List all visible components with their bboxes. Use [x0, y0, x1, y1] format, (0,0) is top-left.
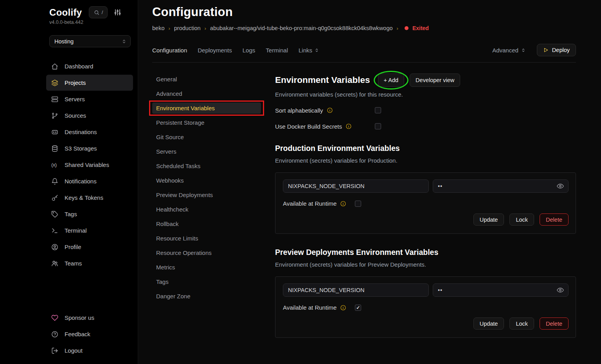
sidebar-item-label: S3 Storages	[65, 145, 97, 152]
tab-links-label: Links	[299, 47, 312, 54]
users-icon	[51, 260, 58, 267]
update-button[interactable]: Update	[473, 213, 504, 226]
variables-icon: (x)	[51, 161, 58, 169]
developer-view-button[interactable]: Developer view	[410, 74, 460, 87]
breadcrumb-project[interactable]: beko	[152, 25, 164, 31]
subnav-item-preview-deployments[interactable]: Preview Deployments	[152, 189, 261, 201]
sidebar-item-sources[interactable]: Sources	[46, 108, 133, 124]
sidebar-item-terminal[interactable]: Terminal	[46, 222, 133, 238]
deploy-button[interactable]: Deploy	[537, 44, 576, 56]
subnav-item-danger-zone[interactable]: Danger Zone	[152, 290, 261, 302]
eye-icon[interactable]	[556, 286, 565, 294]
sidebar-item-feedback[interactable]: Feedback	[46, 326, 133, 342]
tab-terminal[interactable]: Terminal	[266, 47, 288, 54]
sidebar-item-servers[interactable]: Servers	[46, 91, 133, 107]
env-var-card: Available at Runtime Update Lock Delete	[275, 172, 576, 234]
terminal-icon	[51, 227, 58, 234]
git-branch-icon	[51, 112, 58, 119]
sidebar-item-label: Terminal	[65, 227, 87, 234]
sort-alphabetically-checkbox[interactable]	[375, 107, 381, 113]
subnav-item-advanced[interactable]: Advanced	[152, 88, 261, 99]
docker-build-secrets-checkbox[interactable]	[375, 123, 381, 129]
env-vars-content: Environment Variables + Add Developer vi…	[275, 74, 576, 338]
env-key-input[interactable]	[283, 179, 429, 193]
chevron-updown-icon	[121, 39, 127, 44]
sidebar-item-dashboard[interactable]: Dashboard	[46, 58, 133, 74]
chevron-right-icon: ›	[205, 25, 206, 31]
sidebar-item-profile[interactable]: Profile	[46, 239, 133, 255]
play-icon	[543, 47, 549, 53]
subnav-item-resource-operations[interactable]: Resource Operations	[152, 247, 261, 258]
available-at-runtime-checkbox[interactable]	[355, 305, 361, 311]
production-section-title: Production Environment Variables	[275, 144, 576, 153]
destinations-icon	[51, 129, 58, 136]
sidebar-item-sponsor-us[interactable]: Sponsor us	[46, 310, 133, 326]
eye-icon[interactable]	[556, 182, 565, 190]
question-icon	[51, 331, 58, 338]
subnav-item-resource-limits[interactable]: Resource Limits	[152, 233, 261, 244]
sidebar-item-keys-tokens[interactable]: Keys & Tokens	[46, 190, 133, 206]
subnav-item-webhooks[interactable]: Webhooks	[152, 175, 261, 186]
sidebar-item-shared-variables[interactable]: (x) Shared Variables	[46, 157, 133, 173]
preview-section-subtitle: Environment (secrets) variables for Prev…	[275, 261, 576, 268]
sidebar-item-label: Shared Variables	[65, 161, 109, 168]
sidebar-item-label: Servers	[65, 96, 85, 102]
tab-links[interactable]: Links	[299, 47, 319, 54]
update-button[interactable]: Update	[473, 317, 504, 330]
sidebar-header: Coolify /	[49, 6, 133, 18]
tab-logs[interactable]: Logs	[243, 47, 256, 54]
subnav-item-persistent-storage[interactable]: Persistent Storage	[152, 117, 261, 128]
subnav-item-metrics[interactable]: Metrics	[152, 262, 261, 273]
home-icon	[51, 63, 58, 70]
lock-button[interactable]: Lock	[509, 317, 534, 330]
env-value-input[interactable]	[433, 283, 569, 297]
env-var-card: Available at Runtime Update Lock Delete	[275, 276, 576, 338]
settings-sliders-icon[interactable]	[113, 8, 122, 17]
subnav-item-git-source[interactable]: Git Source	[152, 131, 261, 143]
main-area: Configuration beko › production › abubak…	[138, 0, 601, 364]
env-key-input[interactable]	[283, 283, 429, 297]
sidebar-item-label: Destinations	[65, 129, 97, 135]
sidebar-item-label: Logout	[65, 347, 83, 354]
subnav-item-servers[interactable]: Servers	[152, 146, 261, 157]
sidebar-item-destinations[interactable]: Destinations	[46, 124, 133, 140]
delete-button[interactable]: Delete	[540, 317, 569, 330]
config-subnav: General Advanced Environment Variables P…	[152, 74, 261, 338]
chevron-updown-icon	[314, 48, 319, 53]
database-icon	[51, 145, 58, 152]
subnav-item-healthcheck[interactable]: Healthcheck	[152, 204, 261, 215]
sidebar-item-teams[interactable]: Teams	[46, 255, 133, 271]
info-icon	[340, 305, 346, 311]
breadcrumb-resource[interactable]: abubakar--meigag/vid-tube-beko-pro:main-…	[210, 25, 393, 31]
sidebar-item-label: Feedback	[65, 331, 90, 337]
sidebar-item-logout[interactable]: Logout	[46, 342, 133, 359]
sidebar-item-s3-storages[interactable]: S3 Storages	[46, 140, 133, 156]
user-circle-icon	[51, 244, 58, 251]
sidebar-item-label: Teams	[65, 260, 82, 267]
tab-configuration[interactable]: Configuration	[152, 47, 187, 54]
team-select[interactable]: Hosting	[49, 35, 131, 47]
subnav-item-environment-variables[interactable]: Environment Variables	[152, 102, 261, 114]
available-at-runtime-checkbox[interactable]	[355, 201, 361, 207]
delete-button[interactable]: Delete	[540, 213, 569, 226]
section-subtitle: Environment variables (secrets) for this…	[275, 91, 576, 98]
breadcrumb-environment[interactable]: production	[174, 25, 201, 31]
tab-deployments[interactable]: Deployments	[198, 47, 232, 54]
subnav-item-tags[interactable]: Tags	[152, 276, 261, 287]
subnav-item-general[interactable]: General	[152, 74, 261, 85]
sidebar-item-notifications[interactable]: Notifications	[46, 173, 133, 189]
sidebar-nav: Dashboard Projects Servers Sources Desti…	[46, 58, 133, 271]
lock-button[interactable]: Lock	[509, 213, 534, 226]
server-icon	[51, 96, 58, 103]
subnav-item-scheduled-tasks[interactable]: Scheduled Tasks	[152, 160, 261, 172]
sidebar-item-tags[interactable]: Tags	[46, 206, 133, 222]
search-button[interactable]: /	[89, 6, 108, 18]
add-button[interactable]: + Add	[378, 74, 405, 87]
env-value-input[interactable]	[433, 179, 569, 193]
sidebar-item-label: Keys & Tokens	[65, 194, 103, 201]
page-title: Configuration	[152, 5, 576, 19]
sidebar-item-projects[interactable]: Projects	[46, 75, 133, 91]
subnav-item-rollback[interactable]: Rollback	[152, 218, 261, 230]
advanced-select[interactable]: Advanced	[490, 47, 528, 54]
sort-alphabetically-label: Sort alphabetically	[275, 107, 323, 114]
